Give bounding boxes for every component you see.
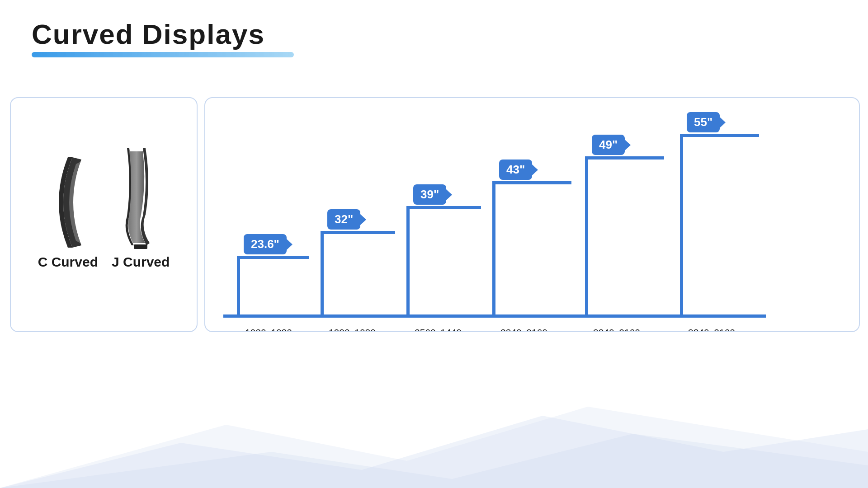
svg-marker-3 [0, 434, 868, 488]
page-title: Curved Displays [32, 18, 294, 50]
badge-23: 23.6" [244, 234, 287, 254]
hbar-49 [585, 156, 664, 160]
j-monitor-shape [120, 146, 161, 250]
hbar-32 [321, 231, 395, 234]
monitors-row: C Curved [38, 146, 170, 270]
badge-43: 43" [499, 160, 532, 180]
bottom-decoration [0, 371, 868, 488]
c-curved-monitor: C Curved [38, 155, 98, 270]
staircase: 23.6" 1920x1080,300nits,C CurvedMulti-to… [223, 110, 847, 318]
baseline [223, 314, 766, 318]
spec-32: 1920x1080,300nits,C /J CurvedMulti-touch [329, 325, 379, 332]
hbar-39 [406, 206, 481, 209]
spec-23: 1920x1080,300nits,C CurvedMulti-touch [245, 325, 295, 332]
bar-23 [237, 259, 240, 318]
bar-55 [680, 137, 683, 318]
badge-39: 39" [413, 184, 446, 205]
c-monitor-shape [45, 155, 90, 250]
spec-43: 3840x2160,350nits,C /J CurvedMulti-touch [500, 325, 551, 332]
badge-55: 55" [687, 112, 720, 132]
badge-49: 49" [592, 135, 625, 155]
bar-43 [492, 184, 495, 318]
title-underline [32, 52, 294, 57]
hbar-23 [237, 256, 309, 259]
right-panel: 23.6" 1920x1080,300nits,C CurvedMulti-to… [204, 97, 860, 332]
page-title-area: Curved Displays [32, 18, 294, 57]
spec-49: 3840x2160,400nits,C /J CurvedMulti-touch [593, 325, 643, 332]
badge-32: 32" [327, 209, 360, 230]
svg-rect-0 [134, 244, 147, 249]
bar-39 [406, 209, 410, 318]
bar-32 [321, 234, 324, 318]
svg-marker-1 [0, 407, 868, 488]
left-panel: C Curved [10, 97, 198, 332]
spec-55: 3840x2160,400nits,C /J CurvedMulti-touch [688, 325, 738, 332]
hbar-55 [680, 134, 759, 137]
c-curved-label: C Curved [38, 254, 98, 270]
svg-marker-2 [0, 416, 868, 488]
j-curved-label: J Curved [112, 254, 170, 270]
j-curved-monitor: J Curved [112, 146, 170, 270]
hbar-43 [492, 181, 571, 184]
bar-49 [585, 160, 588, 318]
spec-39: 2560x1440,350nits,C /J CurvedMulti-touch [415, 325, 465, 332]
